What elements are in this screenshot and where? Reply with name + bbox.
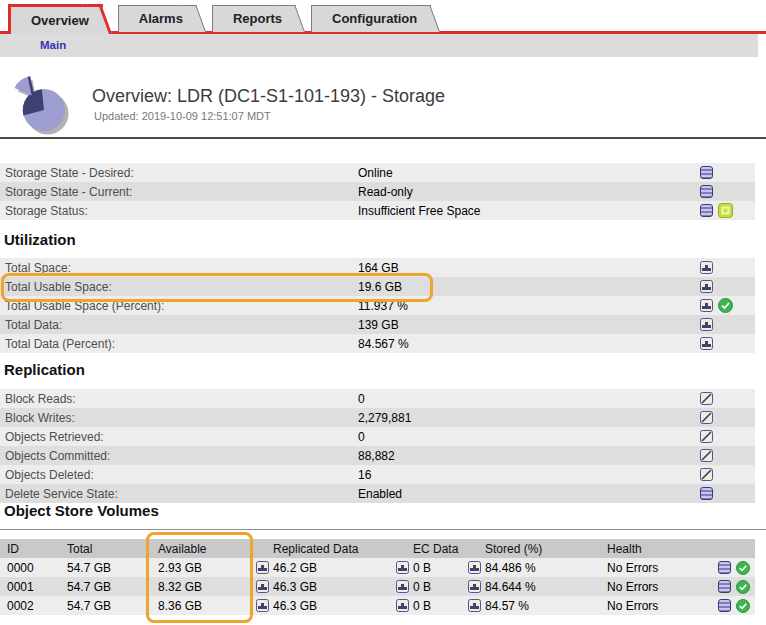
attribute-value: 0 [358,392,365,406]
cell-total: 54.7 GB [67,561,158,575]
col-header-replicated: Replicated Data [273,542,413,556]
report-icon[interactable] [700,185,713,198]
col-header-id: ID [7,542,67,556]
cell-id: 0001 [7,580,67,594]
attribute-value: 19.6 GB [358,280,402,294]
attribute-label: Objects Deleted: [5,468,358,482]
alarm-indicator-icon [718,203,733,218]
tab-configuration[interactable]: Configuration [311,5,431,32]
attribute-label: Total Usable Space: [5,280,358,294]
green-check-icon [718,298,733,313]
replication-section: Block Reads: 0 Block Writes: 2,279,881 O… [0,389,755,503]
attribute-label: Storage State - Desired: [5,166,358,180]
chart-icon[interactable] [396,580,409,593]
chart-icon[interactable] [700,337,713,350]
chart-icon[interactable] [700,299,713,312]
storage-state-section: Storage State - Desired: Online Storage … [0,163,755,220]
attribute-value: 0 [358,430,365,444]
trend-chart-icon[interactable] [700,468,713,481]
chart-icon[interactable] [256,580,269,593]
attribute-row: Storage State - Current: Read-only [0,182,755,201]
attribute-value: 84.567 % [358,337,409,351]
col-header-available: Available [158,542,273,556]
chart-icon[interactable] [256,599,269,612]
report-icon[interactable] [700,166,713,179]
sub-nav-bar: Main [0,34,758,57]
col-header-stored: Stored (%) [485,542,607,556]
attribute-label: Objects Retrieved: [5,430,358,444]
chart-icon[interactable] [396,561,409,574]
attribute-row: Storage Status: Insufficient Free Space [0,201,755,220]
table-header-row: ID Total Available Replicated Data EC Da… [0,539,755,558]
attribute-value: Enabled [358,487,402,501]
trend-chart-icon[interactable] [700,392,713,405]
attribute-value: 11.937 % [358,299,408,313]
tab-bar: Overview Alarms Reports Configuration [0,4,766,34]
tab-configuration-label: Configuration [332,11,417,26]
chart-icon[interactable] [700,280,713,293]
attribute-label: Total Usable Space (Percent): [5,299,358,313]
trend-chart-icon[interactable] [700,449,713,462]
attribute-row: Storage State - Desired: Online [0,163,755,182]
attribute-label: Block Writes: [5,411,358,425]
chart-icon[interactable] [700,261,713,274]
table-top-rule [0,529,766,530]
chart-icon[interactable] [468,599,481,612]
header-divider [0,137,766,139]
chart-icon[interactable] [396,599,409,612]
attribute-value: Insufficient Free Space [358,204,481,218]
tab-overview-label: Overview [31,13,89,28]
report-icon[interactable] [700,487,713,500]
green-check-icon [736,599,750,613]
cell-total: 54.7 GB [67,580,158,594]
cell-available: 8.36 GB [158,599,202,613]
page-title: Overview: LDR (DC1-S1-101-193) - Storage [92,86,445,107]
attribute-value: 164 GB [358,261,399,275]
cell-ec: 0 B [413,561,431,575]
page-updated-timestamp: Updated: 2019-10-09 12:51:07 MDT [94,110,271,122]
cell-stored: 84.486 % [485,561,607,575]
cell-stored: 84.57 % [485,599,607,613]
attribute-label: Delete Service State: [5,487,358,501]
cell-stored: 84.644 % [485,580,607,594]
cell-ec: 0 B [413,599,431,613]
chart-icon[interactable] [468,561,481,574]
object-store-volumes-table: ID Total Available Replicated Data EC Da… [0,539,755,615]
report-icon[interactable] [718,561,731,574]
attribute-row: Total Space: 164 GB [0,258,755,277]
chart-icon[interactable] [700,318,713,331]
cell-health: No Errors [607,599,658,613]
attribute-row: Block Reads: 0 [0,389,755,408]
replication-heading: Replication [4,361,85,378]
report-icon[interactable] [700,204,713,217]
cell-ec: 0 B [413,580,431,594]
chart-icon[interactable] [468,580,481,593]
cell-id: 0002 [7,599,67,613]
col-header-ec: EC Data [413,542,485,556]
attribute-row: Block Writes: 2,279,881 [0,408,755,427]
tab-reports-label: Reports [233,11,282,26]
chart-icon[interactable] [256,561,269,574]
attribute-value: Read-only [358,185,413,199]
tab-alarms[interactable]: Alarms [118,5,197,32]
attribute-label: Block Reads: [5,392,358,406]
subnav-main-link[interactable]: Main [40,34,66,57]
cell-replicated: 46.3 GB [273,599,317,613]
attribute-label: Total Space: [5,261,358,275]
pie-chart-icon [10,74,74,136]
attribute-label: Storage Status: [5,204,358,218]
trend-chart-icon[interactable] [700,411,713,424]
attribute-label: Total Data: [5,318,358,332]
tab-overview[interactable]: Overview [8,4,103,34]
cell-replicated: 46.3 GB [273,580,317,594]
attribute-row-total-usable-space: Total Usable Space: 19.6 GB [0,277,755,296]
attribute-value: 2,279,881 [358,411,411,425]
trend-chart-icon[interactable] [700,430,713,443]
cell-available: 8.32 GB [158,580,202,594]
attribute-value: Online [358,166,393,180]
cell-replicated: 46.2 GB [273,561,317,575]
report-icon[interactable] [718,599,731,612]
attribute-row: Delete Service State: Enabled [0,484,755,503]
tab-reports[interactable]: Reports [212,5,296,32]
report-icon[interactable] [718,580,731,593]
